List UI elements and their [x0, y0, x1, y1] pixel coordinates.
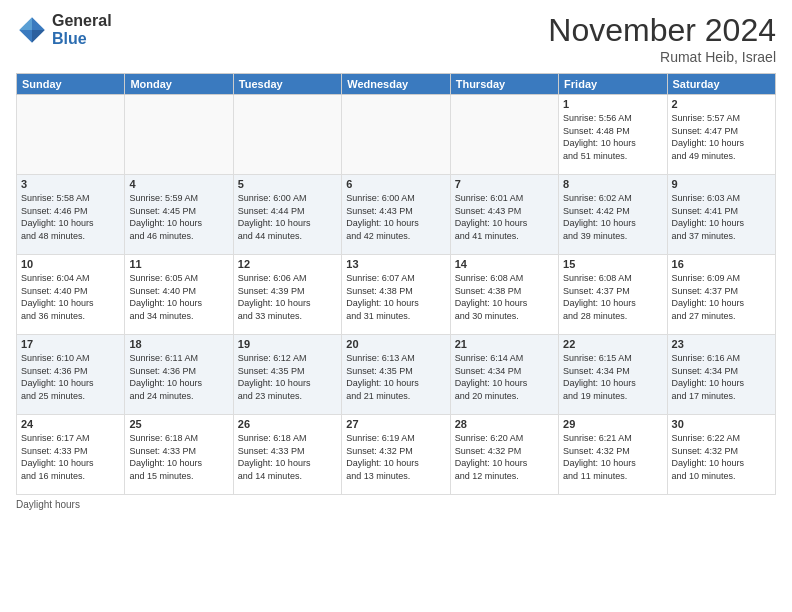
logo-text: General Blue — [52, 12, 112, 47]
header: General Blue November 2024 Rumat Heib, I… — [16, 12, 776, 65]
day-info: Sunrise: 5:56 AM Sunset: 4:48 PM Dayligh… — [563, 112, 662, 162]
day-info: Sunrise: 6:15 AM Sunset: 4:34 PM Dayligh… — [563, 352, 662, 402]
calendar-day-cell: 1Sunrise: 5:56 AM Sunset: 4:48 PM Daylig… — [559, 95, 667, 175]
day-number: 8 — [563, 178, 662, 190]
svg-marker-0 — [32, 17, 45, 30]
day-number: 23 — [672, 338, 771, 350]
calendar-day-cell: 5Sunrise: 6:00 AM Sunset: 4:44 PM Daylig… — [233, 175, 341, 255]
day-info: Sunrise: 6:22 AM Sunset: 4:32 PM Dayligh… — [672, 432, 771, 482]
calendar-day-cell: 15Sunrise: 6:08 AM Sunset: 4:37 PM Dayli… — [559, 255, 667, 335]
day-number: 1 — [563, 98, 662, 110]
day-info: Sunrise: 6:06 AM Sunset: 4:39 PM Dayligh… — [238, 272, 337, 322]
calendar-header-cell: Wednesday — [342, 74, 450, 95]
calendar-day-cell: 3Sunrise: 5:58 AM Sunset: 4:46 PM Daylig… — [17, 175, 125, 255]
calendar-header-cell: Friday — [559, 74, 667, 95]
day-info: Sunrise: 6:09 AM Sunset: 4:37 PM Dayligh… — [672, 272, 771, 322]
day-info: Sunrise: 6:05 AM Sunset: 4:40 PM Dayligh… — [129, 272, 228, 322]
day-info: Sunrise: 6:00 AM Sunset: 4:44 PM Dayligh… — [238, 192, 337, 242]
calendar-day-cell: 16Sunrise: 6:09 AM Sunset: 4:37 PM Dayli… — [667, 255, 775, 335]
logo-general: General — [52, 12, 112, 30]
calendar-day-cell: 30Sunrise: 6:22 AM Sunset: 4:32 PM Dayli… — [667, 415, 775, 495]
calendar-day-cell: 13Sunrise: 6:07 AM Sunset: 4:38 PM Dayli… — [342, 255, 450, 335]
calendar-day-cell: 8Sunrise: 6:02 AM Sunset: 4:42 PM Daylig… — [559, 175, 667, 255]
day-number: 10 — [21, 258, 120, 270]
calendar-week-row: 3Sunrise: 5:58 AM Sunset: 4:46 PM Daylig… — [17, 175, 776, 255]
day-info: Sunrise: 5:59 AM Sunset: 4:45 PM Dayligh… — [129, 192, 228, 242]
day-number: 3 — [21, 178, 120, 190]
logo: General Blue — [16, 12, 112, 47]
calendar-day-cell — [17, 95, 125, 175]
calendar-day-cell — [342, 95, 450, 175]
calendar-day-cell: 14Sunrise: 6:08 AM Sunset: 4:38 PM Dayli… — [450, 255, 558, 335]
day-number: 22 — [563, 338, 662, 350]
day-number: 5 — [238, 178, 337, 190]
day-info: Sunrise: 6:03 AM Sunset: 4:41 PM Dayligh… — [672, 192, 771, 242]
day-number: 26 — [238, 418, 337, 430]
day-number: 19 — [238, 338, 337, 350]
calendar-day-cell: 26Sunrise: 6:18 AM Sunset: 4:33 PM Dayli… — [233, 415, 341, 495]
location: Rumat Heib, Israel — [548, 49, 776, 65]
day-number: 25 — [129, 418, 228, 430]
day-info: Sunrise: 6:00 AM Sunset: 4:43 PM Dayligh… — [346, 192, 445, 242]
day-number: 9 — [672, 178, 771, 190]
logo-blue: Blue — [52, 30, 112, 48]
calendar-day-cell: 22Sunrise: 6:15 AM Sunset: 4:34 PM Dayli… — [559, 335, 667, 415]
day-info: Sunrise: 6:10 AM Sunset: 4:36 PM Dayligh… — [21, 352, 120, 402]
day-number: 12 — [238, 258, 337, 270]
day-number: 29 — [563, 418, 662, 430]
calendar-day-cell: 29Sunrise: 6:21 AM Sunset: 4:32 PM Dayli… — [559, 415, 667, 495]
calendar-day-cell: 21Sunrise: 6:14 AM Sunset: 4:34 PM Dayli… — [450, 335, 558, 415]
svg-marker-3 — [32, 30, 45, 43]
logo-icon — [16, 14, 48, 46]
calendar-week-row: 17Sunrise: 6:10 AM Sunset: 4:36 PM Dayli… — [17, 335, 776, 415]
page: General Blue November 2024 Rumat Heib, I… — [0, 0, 792, 612]
day-info: Sunrise: 6:12 AM Sunset: 4:35 PM Dayligh… — [238, 352, 337, 402]
day-info: Sunrise: 6:21 AM Sunset: 4:32 PM Dayligh… — [563, 432, 662, 482]
calendar-table: SundayMondayTuesdayWednesdayThursdayFrid… — [16, 73, 776, 495]
calendar-day-cell: 27Sunrise: 6:19 AM Sunset: 4:32 PM Dayli… — [342, 415, 450, 495]
calendar-day-cell: 17Sunrise: 6:10 AM Sunset: 4:36 PM Dayli… — [17, 335, 125, 415]
calendar-week-row: 24Sunrise: 6:17 AM Sunset: 4:33 PM Dayli… — [17, 415, 776, 495]
calendar-day-cell: 19Sunrise: 6:12 AM Sunset: 4:35 PM Dayli… — [233, 335, 341, 415]
day-number: 6 — [346, 178, 445, 190]
day-number: 27 — [346, 418, 445, 430]
calendar-day-cell: 9Sunrise: 6:03 AM Sunset: 4:41 PM Daylig… — [667, 175, 775, 255]
day-info: Sunrise: 6:04 AM Sunset: 4:40 PM Dayligh… — [21, 272, 120, 322]
calendar-day-cell: 4Sunrise: 5:59 AM Sunset: 4:45 PM Daylig… — [125, 175, 233, 255]
calendar-header-cell: Saturday — [667, 74, 775, 95]
month-title: November 2024 — [548, 12, 776, 49]
day-info: Sunrise: 6:18 AM Sunset: 4:33 PM Dayligh… — [129, 432, 228, 482]
calendar-day-cell: 18Sunrise: 6:11 AM Sunset: 4:36 PM Dayli… — [125, 335, 233, 415]
calendar-header-cell: Tuesday — [233, 74, 341, 95]
day-number: 28 — [455, 418, 554, 430]
day-info: Sunrise: 6:18 AM Sunset: 4:33 PM Dayligh… — [238, 432, 337, 482]
footer: Daylight hours — [16, 499, 776, 510]
day-info: Sunrise: 6:19 AM Sunset: 4:32 PM Dayligh… — [346, 432, 445, 482]
day-number: 2 — [672, 98, 771, 110]
calendar-day-cell: 28Sunrise: 6:20 AM Sunset: 4:32 PM Dayli… — [450, 415, 558, 495]
day-number: 24 — [21, 418, 120, 430]
svg-marker-2 — [19, 30, 32, 43]
day-info: Sunrise: 6:07 AM Sunset: 4:38 PM Dayligh… — [346, 272, 445, 322]
day-number: 18 — [129, 338, 228, 350]
day-info: Sunrise: 5:57 AM Sunset: 4:47 PM Dayligh… — [672, 112, 771, 162]
calendar-week-row: 10Sunrise: 6:04 AM Sunset: 4:40 PM Dayli… — [17, 255, 776, 335]
day-number: 30 — [672, 418, 771, 430]
day-number: 16 — [672, 258, 771, 270]
calendar-day-cell: 25Sunrise: 6:18 AM Sunset: 4:33 PM Dayli… — [125, 415, 233, 495]
day-number: 17 — [21, 338, 120, 350]
calendar-day-cell: 10Sunrise: 6:04 AM Sunset: 4:40 PM Dayli… — [17, 255, 125, 335]
day-info: Sunrise: 6:20 AM Sunset: 4:32 PM Dayligh… — [455, 432, 554, 482]
day-number: 15 — [563, 258, 662, 270]
calendar-day-cell — [125, 95, 233, 175]
day-info: Sunrise: 6:01 AM Sunset: 4:43 PM Dayligh… — [455, 192, 554, 242]
calendar-header-row: SundayMondayTuesdayWednesdayThursdayFrid… — [17, 74, 776, 95]
calendar-day-cell: 6Sunrise: 6:00 AM Sunset: 4:43 PM Daylig… — [342, 175, 450, 255]
day-info: Sunrise: 6:08 AM Sunset: 4:38 PM Dayligh… — [455, 272, 554, 322]
day-number: 13 — [346, 258, 445, 270]
day-info: Sunrise: 5:58 AM Sunset: 4:46 PM Dayligh… — [21, 192, 120, 242]
calendar-day-cell: 23Sunrise: 6:16 AM Sunset: 4:34 PM Dayli… — [667, 335, 775, 415]
calendar-day-cell: 24Sunrise: 6:17 AM Sunset: 4:33 PM Dayli… — [17, 415, 125, 495]
calendar-header-cell: Thursday — [450, 74, 558, 95]
calendar-day-cell — [450, 95, 558, 175]
